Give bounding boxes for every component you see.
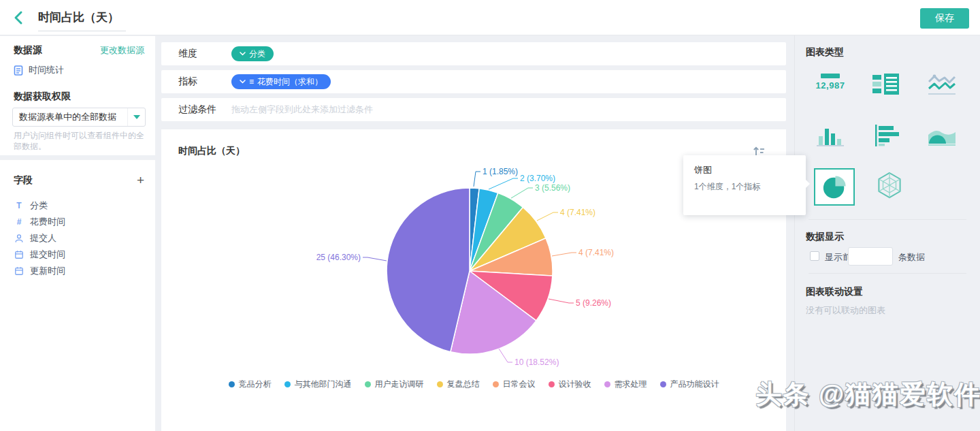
data-display-heading: 数据显示	[806, 231, 844, 243]
chart-type-kpi-card[interactable]: 12,987	[814, 74, 847, 91]
legend-item[interactable]: 产品功能设计	[660, 379, 719, 390]
legend-dot	[549, 381, 555, 387]
filter-row[interactable]: 过滤条件 拖动左侧字段到此处来添加过滤条件	[161, 98, 786, 121]
dimension-row: 维度 分类	[161, 42, 786, 65]
dimension-pill-label: 分类	[249, 48, 265, 60]
radar-chart-icon	[876, 172, 903, 199]
field-item-submit-time[interactable]: 提交时间	[14, 249, 144, 261]
left-sidebar: 数据源 更改数据源 时间统计 数据获取权限 数据源表单中的全部数据 用户访问组件…	[0, 36, 155, 431]
document-icon	[14, 65, 23, 76]
section-divider	[0, 155, 155, 160]
calendar-field-icon	[14, 250, 24, 259]
legend-dot	[229, 381, 235, 387]
person-field-icon	[14, 234, 24, 243]
legend-item[interactable]: 日常会议	[493, 379, 536, 390]
chart-type-pie-selected[interactable]	[814, 168, 855, 206]
pie-label: 25 (46.30%)	[316, 253, 361, 262]
number-field-icon: #	[14, 217, 24, 227]
legend-label: 用户走访调研	[375, 379, 424, 390]
legend-label: 需求处理	[615, 379, 647, 390]
rp-divider	[808, 219, 966, 220]
field-label: 分类	[30, 199, 48, 212]
change-datasource-link[interactable]: 更改数据源	[100, 44, 144, 57]
legend-dot	[604, 381, 610, 387]
pie-label-line	[489, 178, 518, 189]
pie-chart-icon	[821, 174, 847, 200]
hbar-chart-icon	[874, 124, 901, 147]
field-item-category[interactable]: T 分类	[14, 199, 144, 212]
watermark-text: 头条 @猫猫爱软件	[755, 377, 980, 412]
legend-item[interactable]: 与其他部门沟通	[284, 379, 352, 390]
permission-heading: 数据获取权限	[14, 91, 71, 103]
legend-label: 设计验收	[559, 379, 591, 390]
page-title[interactable]: 时间占比（天）	[38, 10, 126, 31]
metric-label: 指标	[178, 76, 231, 88]
pie-label: 3 (5.56%)	[535, 183, 570, 193]
legend-dot	[493, 381, 499, 387]
chart-type-heading: 图表类型	[806, 46, 844, 59]
legend-label: 竞品分析	[239, 379, 272, 390]
row-count-input[interactable]	[848, 247, 893, 266]
legend-dot	[437, 381, 443, 387]
legend-item[interactable]: 需求处理	[604, 379, 647, 390]
legend-dot	[365, 381, 371, 387]
calendar-field-icon	[14, 266, 24, 276]
chart-type-area[interactable]	[928, 124, 956, 150]
field-item-update-time[interactable]: 更新时间	[14, 265, 144, 277]
back-button[interactable]	[11, 10, 27, 26]
filter-label: 过滤条件	[178, 103, 216, 116]
legend-dot	[284, 381, 291, 387]
fields-heading: 字段	[14, 174, 33, 187]
chevron-down-icon	[240, 80, 246, 84]
legend-item[interactable]: 设计验收	[549, 379, 591, 390]
chart-link-empty-text: 没有可以联动的图表	[806, 304, 885, 317]
chart-type-line[interactable]	[928, 73, 956, 99]
text-field-icon: T	[14, 201, 24, 210]
datasource-item[interactable]: 时间统计	[14, 64, 144, 76]
datasource-name: 时间统计	[29, 64, 64, 76]
field-label: 提交时间	[30, 249, 65, 261]
tooltip-arrow	[806, 180, 810, 188]
metric-pill[interactable]: ≡ 花费时间（求和）	[231, 74, 331, 89]
save-button[interactable]: 保存	[920, 8, 969, 29]
permission-select[interactable]: 数据源表单中的全部数据	[12, 108, 146, 127]
sum-icon: ≡	[249, 78, 254, 86]
pie-label-line	[549, 299, 574, 303]
field-item-time-spent[interactable]: # 花费时间	[14, 216, 144, 228]
dimension-pill[interactable]: 分类	[231, 46, 274, 61]
legend-label: 与其他部门沟通	[295, 379, 352, 390]
pie-label-line	[552, 253, 576, 256]
rp-divider	[808, 273, 966, 274]
chart-link-heading: 图表联动设置	[806, 286, 863, 298]
chart-type-hbar[interactable]	[874, 124, 901, 150]
chevron-down-icon	[240, 52, 246, 56]
line-chart-icon	[928, 73, 956, 96]
pie-label-line	[474, 172, 480, 187]
panel-divider	[794, 35, 795, 431]
add-field-button[interactable]: +	[137, 174, 144, 187]
pie-label: 5 (9.26%)	[576, 298, 611, 308]
legend-item[interactable]: 用户走访调研	[365, 379, 424, 390]
chart-title: 时间占比（天）	[178, 145, 245, 157]
chart-type-radar[interactable]	[876, 172, 903, 202]
field-item-submitter[interactable]: 提交人	[14, 232, 144, 244]
table-icon	[872, 73, 900, 96]
kpi-number: 12,987	[816, 80, 845, 91]
chart-type-bar[interactable]	[817, 124, 844, 150]
top-header: 时间占比（天） 保存	[0, 0, 980, 35]
pie-label-line	[363, 257, 387, 261]
legend-item[interactable]: 竞品分析	[229, 379, 272, 390]
chart-type-table[interactable]	[872, 73, 900, 99]
kpi-card-icon: 12,987	[814, 74, 847, 91]
legend-item[interactable]: 复盘总结	[437, 379, 480, 390]
legend-label: 日常会议	[503, 379, 536, 390]
metric-pill-label: 花费时间（求和）	[257, 76, 323, 88]
dimension-label: 维度	[178, 48, 231, 60]
pie-label-line	[511, 188, 533, 198]
select-caret-zone	[127, 108, 145, 126]
show-suffix-label: 条数据	[898, 251, 925, 264]
chart-legend: 竞品分析与其他部门沟通用户走访调研复盘总结日常会议设计验收需求处理产品功能设计	[161, 379, 786, 390]
pie-label: 10 (18.52%)	[514, 357, 559, 367]
datasource-heading: 数据源	[14, 44, 42, 57]
show-top-checkbox[interactable]	[810, 251, 819, 261]
